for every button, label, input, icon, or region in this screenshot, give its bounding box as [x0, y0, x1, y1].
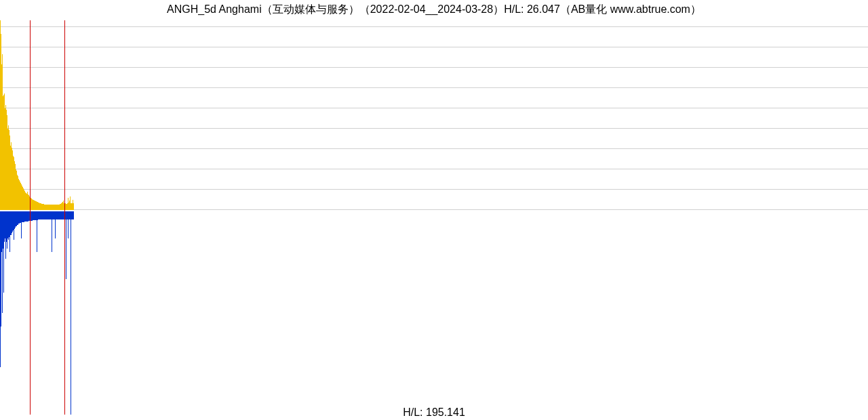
- svg-rect-14: [3, 96, 3, 210]
- svg-rect-195: [52, 211, 52, 252]
- svg-rect-140: [14, 211, 15, 229]
- svg-rect-26: [11, 142, 12, 210]
- svg-rect-171: [35, 211, 36, 220]
- bottom-ratio-label: H/L: 195.141: [0, 406, 868, 419]
- svg-rect-170: [35, 211, 35, 220]
- svg-rect-134: [10, 211, 11, 235]
- svg-rect-43: [22, 187, 23, 210]
- svg-rect-100: [61, 203, 62, 210]
- svg-rect-179: [41, 211, 41, 219]
- svg-rect-37: [18, 179, 19, 210]
- svg-rect-194: [51, 211, 52, 219]
- svg-rect-177: [39, 211, 40, 219]
- svg-rect-210: [62, 211, 62, 219]
- svg-rect-87: [52, 205, 53, 210]
- svg-rect-202: [56, 211, 57, 219]
- svg-rect-197: [53, 211, 54, 219]
- svg-rect-22: [8, 125, 9, 210]
- svg-rect-164: [31, 211, 31, 221]
- svg-rect-192: [50, 211, 50, 219]
- svg-rect-218: [67, 211, 68, 219]
- svg-rect-200: [55, 211, 56, 238]
- svg-rect-155: [24, 211, 25, 222]
- svg-rect-88: [53, 205, 54, 210]
- chart-svg: [0, 20, 868, 415]
- svg-rect-52: [28, 195, 29, 210]
- svg-rect-219: [68, 211, 68, 238]
- svg-rect-80: [47, 205, 48, 210]
- svg-rect-125: [4, 211, 5, 242]
- svg-rect-153: [23, 211, 24, 222]
- svg-rect-190: [48, 211, 49, 219]
- svg-rect-41: [21, 184, 22, 210]
- svg-rect-42: [22, 186, 22, 210]
- svg-rect-33: [16, 169, 16, 210]
- svg-rect-81: [48, 205, 49, 210]
- svg-rect-196: [52, 211, 53, 219]
- svg-rect-32: [15, 164, 16, 210]
- svg-rect-183: [43, 211, 44, 219]
- svg-rect-139: [14, 211, 14, 240]
- svg-rect-64: [37, 202, 37, 210]
- svg-rect-201: [56, 211, 56, 219]
- svg-rect-116: [72, 203, 73, 210]
- svg-rect-225: [72, 211, 73, 219]
- svg-rect-146: [18, 211, 19, 224]
- svg-rect-136: [12, 211, 12, 233]
- svg-rect-55: [31, 198, 31, 210]
- svg-rect-217: [66, 211, 67, 219]
- svg-rect-138: [13, 211, 14, 230]
- svg-rect-121: [1, 211, 2, 252]
- svg-rect-168: [33, 211, 34, 220]
- svg-rect-95: [58, 205, 58, 210]
- svg-rect-216: [66, 211, 66, 279]
- svg-rect-12: [1, 64, 2, 210]
- svg-rect-221: [69, 211, 70, 219]
- svg-rect-77: [45, 205, 46, 210]
- svg-rect-141: [15, 211, 16, 228]
- svg-rect-224: [71, 211, 72, 219]
- svg-rect-109: [67, 203, 68, 210]
- svg-rect-46: [24, 191, 25, 210]
- svg-rect-212: [63, 211, 64, 219]
- svg-rect-62: [35, 201, 36, 210]
- svg-rect-91: [55, 205, 56, 210]
- svg-rect-89: [54, 205, 54, 210]
- svg-rect-129: [7, 211, 7, 249]
- svg-rect-38: [19, 180, 20, 210]
- svg-rect-123: [3, 211, 3, 249]
- svg-rect-17: [5, 108, 5, 210]
- svg-rect-220: [68, 211, 69, 219]
- svg-rect-137: [12, 211, 13, 232]
- svg-rect-99: [60, 204, 61, 210]
- svg-rect-156: [25, 211, 26, 222]
- svg-rect-48: [26, 193, 26, 210]
- svg-rect-31: [14, 161, 15, 210]
- svg-rect-23: [9, 130, 9, 210]
- svg-rect-102: [62, 202, 63, 210]
- svg-rect-78: [46, 205, 47, 210]
- svg-rect-176: [39, 211, 39, 219]
- svg-rect-53: [29, 196, 30, 210]
- svg-rect-124: [3, 211, 4, 293]
- svg-rect-159: [27, 211, 28, 222]
- svg-rect-207: [60, 211, 60, 219]
- chart-title: ANGH_5d Anghami（互动媒体与服务）（2022-02-04__202…: [0, 3, 868, 17]
- svg-rect-204: [58, 211, 58, 219]
- svg-rect-96: [58, 205, 59, 210]
- svg-rect-133: [9, 211, 10, 252]
- svg-rect-106: [65, 203, 66, 210]
- svg-rect-39: [20, 182, 20, 210]
- svg-rect-162: [29, 211, 30, 221]
- svg-rect-118: [73, 203, 74, 210]
- svg-rect-90: [54, 205, 55, 210]
- svg-rect-69: [40, 203, 41, 210]
- svg-rect-206: [59, 211, 60, 219]
- svg-rect-223: [71, 211, 71, 415]
- svg-rect-120: [1, 211, 1, 327]
- svg-rect-94: [57, 205, 58, 210]
- svg-rect-115: [71, 203, 72, 210]
- svg-rect-227: [73, 211, 74, 219]
- svg-rect-149: [20, 211, 21, 223]
- svg-rect-150: [21, 211, 22, 238]
